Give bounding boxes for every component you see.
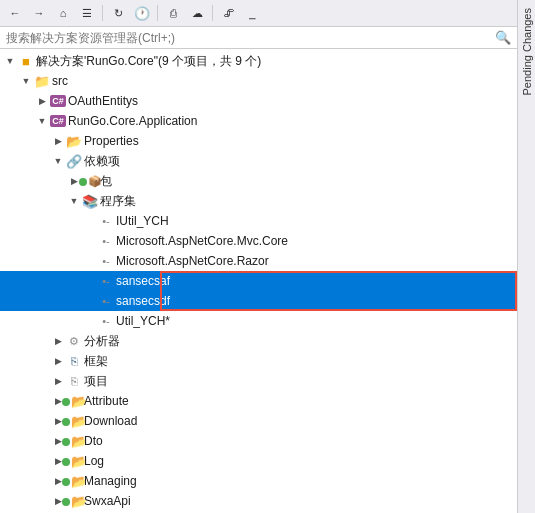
label-dependencies: 依赖项 [84, 153, 120, 170]
tree-item-framework[interactable]: ⎘框架 [0, 351, 517, 371]
tree-item-iutil-ych[interactable]: •‑IUtil_YCH [0, 211, 517, 231]
label-sansecsdf: sansecsdf [116, 294, 170, 308]
search-input[interactable] [6, 31, 495, 45]
label-download: Download [84, 414, 137, 428]
label-util-ych2: Util_YCH* [116, 314, 170, 328]
tree-item-swxaapi[interactable]: 📂SwxaApi [0, 491, 517, 511]
tree-item-packages[interactable]: 📦包 [0, 171, 517, 191]
icon-src: 📁 [34, 73, 50, 89]
filter-btn[interactable]: 🖇 [217, 2, 239, 24]
icon-managing: 📂 [66, 473, 82, 489]
expander-src[interactable] [18, 73, 34, 89]
label-rungo-core-app: RunGo.Core.Application [68, 114, 197, 128]
label-src: src [52, 74, 68, 88]
label-analyzers: 分析器 [84, 333, 120, 350]
refresh-btn[interactable]: ↻ [107, 2, 129, 24]
label-microsoft-mvc: Microsoft.AspNetCore.Mvc.Core [116, 234, 288, 248]
tree-item-download[interactable]: 📂Download [0, 411, 517, 431]
tree-item-project[interactable]: ⎘项目 [0, 371, 517, 391]
icon-download: 📂 [66, 413, 82, 429]
toolbar: ← → ⌂ ☰ ↻ 🕐 ⎙ ☁ 🖇 ⎯ [0, 0, 517, 27]
expander-dependencies[interactable] [50, 153, 66, 169]
expander-project[interactable] [50, 373, 66, 389]
tree-wrapper: ■解决方案'RunGo.Core"(9 个项目，共 9 个)📁srcC#OAut… [0, 49, 517, 513]
label-solution: 解决方案'RunGo.Core"(9 个项目，共 9 个) [36, 53, 261, 70]
cloud-btn[interactable]: ☁ [186, 2, 208, 24]
tree-item-util-ych2[interactable]: •‑Util_YCH* [0, 311, 517, 331]
icon-project: ⎘ [66, 373, 82, 389]
icon-framework: ⎘ [66, 353, 82, 369]
label-sansecsaf: sansecsaf [116, 274, 170, 288]
tree-item-sansecsdf[interactable]: •‑sansecsdf [0, 291, 517, 311]
forward-btn[interactable]: → [28, 2, 50, 24]
label-managing: Managing [84, 474, 137, 488]
settings-btn[interactable]: ⎯ [241, 2, 263, 24]
tree-item-sansecsaf[interactable]: •‑sansecsaf [0, 271, 517, 291]
icon-packages: 📦 [82, 173, 98, 189]
tree-container: ■解决方案'RunGo.Core"(9 个项目，共 9 个)📁srcC#OAut… [0, 49, 517, 513]
history-btn[interactable]: 🕐 [131, 2, 153, 24]
icon-microsoft-mvc: •‑ [98, 233, 114, 249]
tree-item-dependencies[interactable]: 🔗依赖项 [0, 151, 517, 171]
label-oauthentitys: OAuthEntitys [68, 94, 138, 108]
home-btn[interactable]: ⌂ [52, 2, 74, 24]
tree-item-log[interactable]: 📂Log [0, 451, 517, 471]
tree-item-microsoft-razor[interactable]: •‑Microsoft.AspNetCore.Razor [0, 251, 517, 271]
tree-item-assemblies[interactable]: 📚程序集 [0, 191, 517, 211]
sep1 [102, 5, 103, 21]
search-icon[interactable]: 🔍 [495, 30, 511, 45]
expander-rungo-core-app[interactable] [34, 113, 50, 129]
expander-assemblies[interactable] [66, 193, 82, 209]
tree-item-analyzers[interactable]: ⚙分析器 [0, 331, 517, 351]
icon-sansecsaf: •‑ [98, 273, 114, 289]
label-project: 项目 [84, 373, 108, 390]
label-packages: 包 [100, 173, 112, 190]
expander-analyzers[interactable] [50, 333, 66, 349]
copy-btn[interactable]: ⎙ [162, 2, 184, 24]
icon-sansecsdf: •‑ [98, 293, 114, 309]
icon-solution: ■ [18, 53, 34, 69]
sep2 [157, 5, 158, 21]
expander-oauthentitys[interactable] [34, 93, 50, 109]
icon-microsoft-razor: •‑ [98, 253, 114, 269]
label-swxaapi: SwxaApi [84, 494, 131, 508]
expander-solution[interactable] [2, 53, 18, 69]
menu-btn[interactable]: ☰ [76, 2, 98, 24]
label-properties: Properties [84, 134, 139, 148]
icon-assemblies: 📚 [82, 193, 98, 209]
search-bar: 🔍 [0, 27, 517, 49]
tree-item-oauthentitys[interactable]: C#OAuthEntitys [0, 91, 517, 111]
tree-item-properties[interactable]: 📂Properties [0, 131, 517, 151]
icon-log: 📂 [66, 453, 82, 469]
label-microsoft-razor: Microsoft.AspNetCore.Razor [116, 254, 269, 268]
pending-changes-label: Pending Changes [521, 8, 533, 95]
label-dto: Dto [84, 434, 103, 448]
icon-dependencies: 🔗 [66, 153, 82, 169]
sep3 [212, 5, 213, 21]
icon-util-ych2: •‑ [98, 313, 114, 329]
tree-item-attribute[interactable]: 📂Attribute [0, 391, 517, 411]
label-attribute: Attribute [84, 394, 129, 408]
tree-item-rungo-core-app[interactable]: C#RunGo.Core.Application [0, 111, 517, 131]
icon-swxaapi: 📂 [66, 493, 82, 509]
label-log: Log [84, 454, 104, 468]
tree-item-src[interactable]: 📁src [0, 71, 517, 91]
icon-iutil-ych: •‑ [98, 213, 114, 229]
expander-framework[interactable] [50, 353, 66, 369]
label-assemblies: 程序集 [100, 193, 136, 210]
tree-item-managing[interactable]: 📂Managing [0, 471, 517, 491]
tree-item-microsoft-mvc[interactable]: •‑Microsoft.AspNetCore.Mvc.Core [0, 231, 517, 251]
tree-item-solution[interactable]: ■解决方案'RunGo.Core"(9 个项目，共 9 个) [0, 51, 517, 71]
expander-properties[interactable] [50, 133, 66, 149]
right-panel: Pending Changes [517, 0, 535, 513]
icon-attribute: 📂 [66, 393, 82, 409]
icon-properties: 📂 [66, 133, 82, 149]
tree-item-dto[interactable]: 📂Dto [0, 431, 517, 451]
icon-analyzers: ⚙ [66, 333, 82, 349]
solution-explorer: ← → ⌂ ☰ ↻ 🕐 ⎙ ☁ 🖇 ⎯ 🔍 ■解决方案'RunGo.Core"(… [0, 0, 517, 513]
icon-rungo-core-app: C# [50, 113, 66, 129]
label-framework: 框架 [84, 353, 108, 370]
icon-dto: 📂 [66, 433, 82, 449]
label-iutil-ych: IUtil_YCH [116, 214, 169, 228]
back-btn[interactable]: ← [4, 2, 26, 24]
